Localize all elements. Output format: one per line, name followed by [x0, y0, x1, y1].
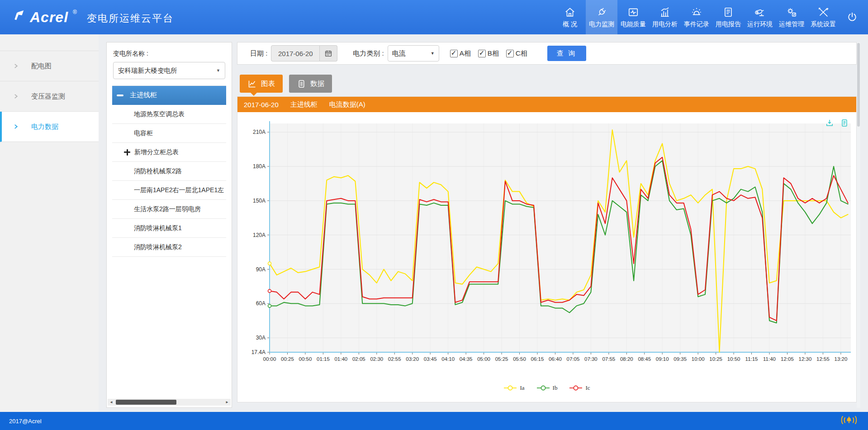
- legend-marker-ib: [536, 385, 550, 391]
- tree-item-main-incoming-cabinet[interactable]: 主进线柜: [112, 86, 226, 105]
- nav-item-power-quality[interactable]: 电能质量: [617, 0, 649, 34]
- nav-label: 系统设置: [811, 20, 836, 28]
- date-input[interactable]: 2017-06-20: [271, 45, 320, 61]
- tree-horizontal-scrollbar[interactable]: ◄ ►: [108, 399, 231, 406]
- acrel-logo-icon: [12, 8, 25, 22]
- legend-label: Ia: [520, 384, 524, 392]
- svg-text:04:10: 04:10: [441, 356, 455, 362]
- plug-icon: [596, 6, 607, 18]
- checkbox-label: C相: [516, 49, 527, 58]
- svg-text:05:50: 05:50: [513, 356, 526, 362]
- tab-chart[interactable]: 图表: [240, 75, 283, 93]
- svg-text:08:20: 08:20: [620, 356, 633, 362]
- notification-bell-icon[interactable]: [839, 414, 859, 428]
- svg-text:07:55: 07:55: [602, 356, 615, 362]
- collapse-minus-icon[interactable]: [117, 95, 123, 96]
- tree-item-sprinkler-pump-1[interactable]: 消防喷淋机械泵1: [112, 219, 226, 238]
- svg-text:10:25: 10:25: [709, 356, 722, 362]
- scroll-right-arrow[interactable]: ►: [223, 399, 231, 406]
- alarm-icon: [691, 6, 702, 18]
- legend-item-ib[interactable]: Ib: [536, 384, 558, 392]
- power-type-select[interactable]: 电流 ▼: [388, 45, 439, 61]
- tab-data[interactable]: 数据: [289, 75, 332, 93]
- download-icon[interactable]: [825, 118, 834, 128]
- copyright-text: 2017@Acrel: [9, 418, 42, 425]
- sidebar-item-power-data[interactable]: 电力数据: [0, 112, 99, 142]
- scroll-track[interactable]: [115, 399, 223, 406]
- report-icon: [722, 6, 734, 18]
- tree-item-new-branch-meter[interactable]: 新增分立柜总表: [112, 143, 226, 162]
- sidebar-item-label: 配电图: [31, 62, 52, 71]
- chart-card: 2017-06-20 主进线柜 电流数据(A) 00:0000:2500:500…: [237, 96, 857, 402]
- nav-item-environment[interactable]: 运行环境: [744, 0, 776, 34]
- svg-text:00:00: 00:00: [263, 356, 276, 362]
- expand-plus-icon[interactable]: [124, 149, 130, 156]
- nav-item-usage-report[interactable]: 用电报告: [712, 0, 744, 34]
- nav-item-power-monitoring[interactable]: 电力监测: [586, 0, 617, 34]
- nav-label: 事件记录: [684, 20, 709, 28]
- legend-item-ic[interactable]: Ic: [569, 384, 590, 392]
- checkbox-checked-icon: [478, 50, 486, 57]
- checkbox-phase-a[interactable]: A相: [450, 49, 471, 58]
- sidebar-item-distribution-diagram[interactable]: 配电图: [0, 51, 99, 81]
- main-vertical-scrollbar[interactable]: [857, 42, 860, 408]
- view-tabs: 图表 数据: [240, 75, 332, 93]
- legend-item-ia[interactable]: Ia: [503, 384, 524, 392]
- nav-item-ops-management[interactable]: 运维管理: [776, 0, 807, 34]
- sidebar-item-label: 变压器监测: [31, 92, 65, 101]
- sidebar-item-transformer-monitoring[interactable]: 变压器监测: [0, 81, 99, 112]
- scroll-left-arrow[interactable]: ◄: [108, 399, 115, 406]
- tree-item-floor1-ape[interactable]: 一层南1APE2右一层北1APE1左: [112, 181, 226, 200]
- tree-item-label: 消防喷淋机械泵1: [134, 224, 182, 232]
- tree-item-label: 地源热泵空调总表: [134, 110, 185, 118]
- nav-item-usage-analysis[interactable]: 用电分析: [649, 0, 681, 34]
- logout-power-button[interactable]: [839, 11, 865, 23]
- nav-item-event-log[interactable]: 事件记录: [681, 0, 712, 34]
- camera-icon: [754, 6, 766, 18]
- device-tree: 主进线柜 地源热泵空调总表 电容柜 新增分立柜总表 消防栓机械泵2路 一层南1A…: [112, 85, 226, 257]
- svg-text:03:20: 03:20: [406, 356, 419, 362]
- tab-label: 图表: [261, 79, 275, 89]
- checkbox-phase-b[interactable]: B相: [478, 49, 499, 58]
- checkbox-phase-c[interactable]: C相: [506, 49, 527, 58]
- chart-legend: Ia Ib Ic: [237, 384, 856, 392]
- svg-text:13:20: 13:20: [835, 356, 848, 362]
- line-chart-icon: [247, 79, 257, 89]
- tree-item-water-pump[interactable]: 生活水泵2路一层弱电房: [112, 200, 226, 219]
- query-button[interactable]: 查 询: [547, 46, 586, 61]
- nav-item-system-settings[interactable]: 系统设置: [807, 0, 839, 34]
- chart-header-bar: 2017-06-20 主进线柜 电流数据(A): [237, 97, 856, 112]
- svg-text:09:10: 09:10: [656, 356, 669, 362]
- tree-item-fire-hydrant-pump[interactable]: 消防栓机械泵2路: [112, 162, 226, 181]
- scroll-thumb[interactable]: [116, 400, 176, 405]
- svg-text:05:25: 05:25: [495, 356, 508, 362]
- scroll-thumb[interactable]: [857, 43, 860, 127]
- tab-label: 数据: [310, 79, 324, 89]
- calendar-button[interactable]: [320, 45, 337, 61]
- svg-text:12:55: 12:55: [816, 356, 830, 362]
- tree-item-sprinkler-pump-2[interactable]: 消防喷淋机械泵2: [112, 238, 226, 257]
- svg-text:09:35: 09:35: [674, 356, 687, 362]
- brand-name: Acrel: [30, 8, 68, 26]
- chart-toolbox: [825, 118, 849, 128]
- svg-text:150A: 150A: [253, 198, 266, 204]
- current-line-chart: 00:0000:2500:5001:1501:4002:0502:3002:55…: [237, 113, 856, 384]
- svg-text:60A: 60A: [256, 300, 266, 307]
- svg-text:07:30: 07:30: [584, 356, 598, 362]
- checkbox-checked-icon: [506, 50, 514, 57]
- nav-label: 概 况: [563, 20, 577, 28]
- select-arrow-icon: ▼: [431, 51, 435, 56]
- tree-item-heat-pump-meter[interactable]: 地源热泵空调总表: [112, 105, 226, 124]
- power-type-value: 电流: [392, 49, 406, 58]
- nav-label: 运维管理: [779, 20, 804, 28]
- tree-item-label: 生活水泵2路一层弱电房: [134, 205, 201, 213]
- svg-text:12:30: 12:30: [799, 356, 812, 362]
- top-nav: Acrel ® 变电所运维云平台 概 况 电力监测 电能质量 用电分析 事件记录…: [0, 0, 868, 34]
- tree-item-capacitor-cabinet[interactable]: 电容柜: [112, 124, 226, 143]
- station-tree-panel: 变电所名称 : 安科瑞新大楼变电所 ▼ 主进线柜 地源热泵空调总表 电容柜 新增…: [106, 42, 232, 408]
- data-view-icon[interactable]: [840, 118, 849, 128]
- nav-item-overview[interactable]: 概 况: [554, 0, 586, 34]
- tools-icon: [817, 6, 829, 18]
- checkbox-checked-icon: [450, 50, 458, 57]
- station-select[interactable]: 安科瑞新大楼变电所 ▼: [113, 62, 225, 79]
